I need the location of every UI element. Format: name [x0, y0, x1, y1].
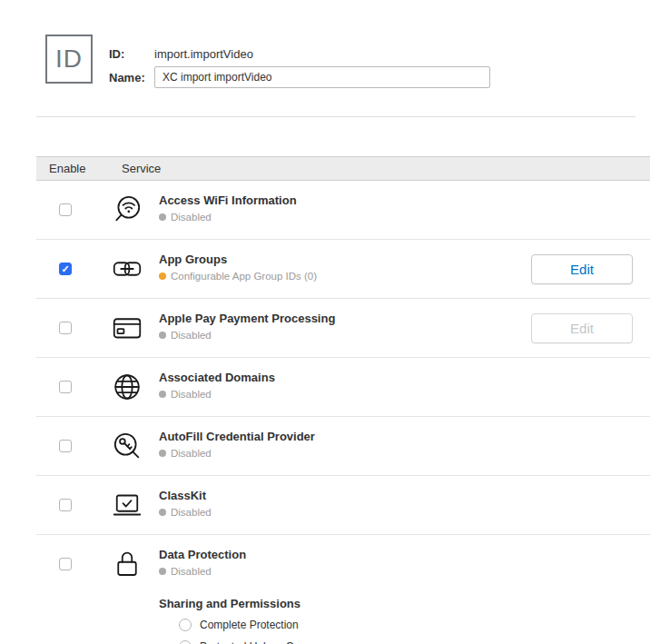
services-table: Enable Service Access WiFi Information D…: [36, 156, 650, 644]
app-id-badge-icon: ID: [45, 35, 93, 84]
status-text: Disabled: [171, 566, 212, 577]
service-status: Configurable App Group IDs (0): [159, 271, 531, 282]
service-info: ClassKit Disabled: [159, 476, 633, 529]
service-status: Disabled: [159, 389, 633, 400]
enable-cell: [36, 476, 94, 534]
service-title: Apple Pay Payment Processing: [159, 312, 531, 325]
service-enable-checkbox[interactable]: [59, 203, 72, 216]
service-status: Disabled: [159, 566, 633, 577]
service-enable-checkbox[interactable]: [59, 558, 72, 570]
status-text: Disabled: [171, 330, 212, 341]
service-row: ClassKit Disabled: [36, 476, 650, 535]
lock-icon: [94, 535, 159, 593]
service-title: Access WiFi Information: [159, 193, 633, 207]
service-row: Apple Pay Payment Processing Disabled Ed…: [36, 299, 650, 358]
enable-cell: [36, 299, 94, 357]
service-enable-checkbox[interactable]: [59, 381, 72, 393]
service-row: Access WiFi Information Disabled: [36, 181, 650, 240]
action-cell: Edit: [531, 299, 650, 357]
service-enable-checkbox[interactable]: [59, 322, 72, 334]
enable-cell: [36, 181, 94, 239]
action-cell: [633, 417, 650, 475]
action-cell: [633, 181, 650, 239]
service-title: Data Protection: [159, 548, 633, 561]
wifi-info-icon: [94, 181, 159, 239]
status-text: Disabled: [171, 212, 212, 223]
status-dot-icon: [159, 568, 166, 575]
action-cell: [633, 476, 650, 534]
enable-cell: [36, 240, 94, 298]
autofill-key-icon: [94, 417, 159, 475]
service-info: Access WiFi Information Disabled: [159, 181, 633, 233]
table-header: Enable Service: [36, 156, 650, 181]
sharing-permissions-section: Sharing and PermissionsComplete Protecti…: [159, 597, 633, 644]
radio-icon[interactable]: [179, 619, 192, 631]
service-info: AutoFill Credential Provider Disabled: [159, 417, 633, 470]
status-dot-icon: [159, 272, 166, 280]
status-dot-icon: [159, 332, 166, 339]
id-value: import.importVideo: [154, 47, 253, 61]
service-title: AutoFill Credential Provider: [159, 430, 633, 443]
edit-button[interactable]: Edit: [531, 254, 633, 284]
enable-cell: [36, 535, 94, 593]
column-header-enable: Enable: [49, 162, 122, 175]
globe-icon: [94, 358, 159, 416]
service-info: Associated Domains Disabled: [159, 358, 633, 411]
edit-button[interactable]: Edit: [531, 313, 633, 343]
service-status: Disabled: [159, 330, 531, 341]
app-groups-icon: [94, 240, 159, 298]
service-row: Associated Domains Disabled: [36, 358, 650, 417]
protection-option[interactable]: Complete Protection: [179, 618, 633, 632]
classkit-icon: [94, 476, 159, 534]
service-status: Disabled: [159, 212, 633, 223]
divider: [36, 116, 636, 117]
service-row: Data Protection Disabled Sharing and Per…: [36, 535, 650, 644]
enable-cell: [36, 417, 94, 475]
action-cell: [633, 358, 650, 416]
status-text: Disabled: [171, 448, 212, 459]
service-enable-checkbox[interactable]: [59, 263, 72, 275]
service-title: App Groups: [159, 253, 531, 266]
name-label: Name:: [109, 71, 154, 84]
service-status: Disabled: [159, 448, 633, 459]
column-header-service: Service: [122, 162, 161, 175]
radio-icon[interactable]: [179, 640, 192, 644]
status-text: Disabled: [171, 507, 212, 518]
services-rows: Access WiFi Information Disabled App Gro…: [36, 181, 650, 644]
status-dot-icon: [159, 509, 166, 516]
radio-label: Complete Protection: [200, 619, 299, 631]
protection-option[interactable]: Protected Unless Open: [179, 639, 633, 644]
service-enable-checkbox[interactable]: [59, 440, 72, 452]
service-title: Associated Domains: [159, 371, 633, 384]
service-info: Apple Pay Payment Processing Disabled: [159, 299, 531, 352]
service-info: App Groups Configurable App Group IDs (0…: [159, 240, 531, 292]
service-row: App Groups Configurable App Group IDs (0…: [36, 240, 650, 299]
id-label: ID:: [109, 47, 154, 61]
status-dot-icon: [159, 213, 166, 221]
service-enable-checkbox[interactable]: [59, 499, 72, 511]
service-row: AutoFill Credential Provider Disabled: [36, 417, 650, 476]
status-text: Configurable App Group IDs (0): [171, 271, 317, 282]
status-text: Disabled: [171, 389, 212, 400]
enable-cell: [36, 358, 94, 416]
sub-section-title: Sharing and Permissions: [159, 597, 633, 610]
payment-card-icon: [94, 299, 159, 357]
service-title: ClassKit: [159, 489, 633, 502]
action-cell: [633, 535, 650, 593]
status-dot-icon: [159, 391, 166, 398]
name-input[interactable]: [154, 66, 490, 88]
id-field-row: ID: import.importVideo: [109, 45, 253, 62]
radio-label: Protected Unless Open: [200, 640, 312, 644]
service-status: Disabled: [159, 507, 633, 518]
service-info: Data Protection Disabled Sharing and Per…: [159, 535, 633, 644]
action-cell: Edit: [531, 240, 650, 298]
name-field-row: Name:: [109, 65, 490, 89]
status-dot-icon: [159, 450, 166, 457]
